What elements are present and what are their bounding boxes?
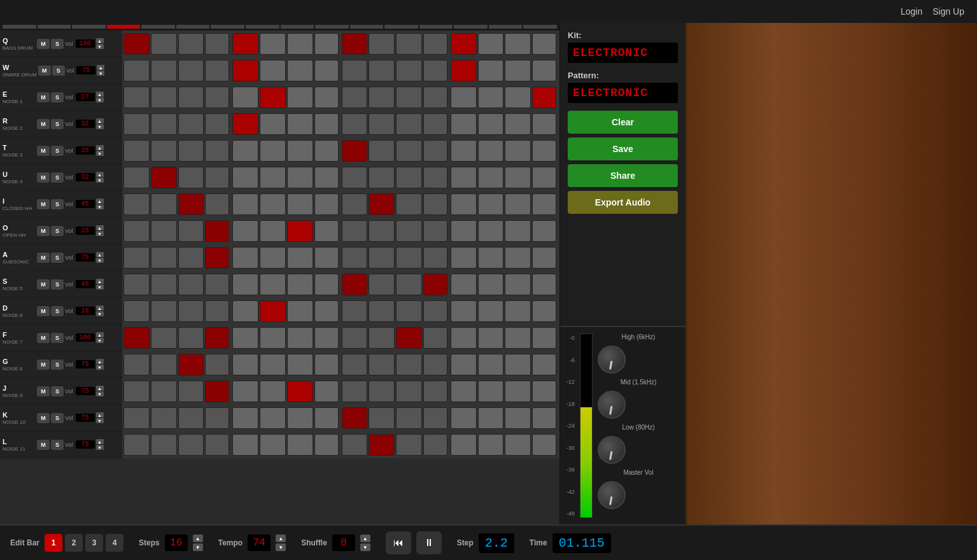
cell-13-2[interactable] bbox=[178, 381, 204, 402]
high-knob[interactable] bbox=[598, 346, 626, 374]
cell-2-8[interactable] bbox=[342, 87, 368, 108]
cell-6-3[interactable] bbox=[205, 193, 229, 215]
cell-9-9[interactable] bbox=[369, 274, 395, 295]
cell-6-10[interactable] bbox=[396, 193, 422, 215]
solo-btn-j[interactable]: S bbox=[51, 386, 64, 396]
cell-13-15[interactable] bbox=[532, 381, 556, 402]
cell-15-6[interactable] bbox=[287, 434, 313, 456]
cell-1-6[interactable] bbox=[287, 60, 313, 81]
cell-5-0[interactable] bbox=[123, 167, 150, 188]
mute-btn-f[interactable]: M bbox=[37, 333, 50, 343]
cell-5-13[interactable] bbox=[478, 167, 504, 188]
cell-15-10[interactable] bbox=[396, 434, 422, 456]
cell-7-7[interactable] bbox=[314, 220, 339, 242]
cell-7-11[interactable] bbox=[423, 220, 447, 242]
cell-2-3[interactable] bbox=[205, 87, 229, 108]
mute-btn-w[interactable]: M bbox=[38, 66, 51, 76]
cell-0-1[interactable] bbox=[151, 33, 177, 55]
cell-9-1[interactable] bbox=[151, 274, 177, 295]
solo-btn-o[interactable]: S bbox=[51, 226, 64, 236]
cell-13-10[interactable] bbox=[396, 381, 422, 402]
vol-spinner-w[interactable]: ▲▼ bbox=[97, 65, 104, 76]
cell-2-14[interactable] bbox=[505, 87, 531, 108]
cell-1-10[interactable] bbox=[396, 60, 422, 81]
cell-4-7[interactable] bbox=[314, 140, 339, 162]
cell-5-5[interactable] bbox=[260, 167, 286, 188]
cell-0-8[interactable] bbox=[342, 33, 368, 55]
cell-10-7[interactable] bbox=[314, 300, 339, 322]
cell-10-6[interactable] bbox=[287, 300, 313, 322]
cell-1-14[interactable] bbox=[505, 60, 531, 81]
cell-5-4[interactable] bbox=[232, 167, 258, 188]
vol-spinner-a[interactable]: ▲▼ bbox=[96, 252, 104, 263]
mid-knob[interactable] bbox=[598, 391, 626, 419]
cell-8-11[interactable] bbox=[423, 247, 447, 269]
cell-5-15[interactable] bbox=[532, 167, 556, 188]
vol-spinner-o[interactable]: ▲▼ bbox=[96, 225, 104, 236]
solo-btn-a[interactable]: S bbox=[51, 253, 64, 263]
cell-8-0[interactable] bbox=[123, 247, 150, 269]
bar-btn-2[interactable]: 2 bbox=[65, 534, 83, 552]
cell-3-5[interactable] bbox=[260, 113, 286, 135]
clear-button[interactable]: Clear bbox=[568, 111, 678, 134]
mute-btn-a[interactable]: M bbox=[37, 253, 50, 263]
cell-7-2[interactable] bbox=[178, 220, 204, 242]
cell-11-10[interactable] bbox=[396, 327, 422, 349]
cell-3-2[interactable] bbox=[178, 113, 204, 135]
cell-1-3[interactable] bbox=[205, 60, 229, 81]
cell-10-10[interactable] bbox=[396, 300, 422, 322]
cell-2-10[interactable] bbox=[396, 87, 422, 108]
cell-12-9[interactable] bbox=[369, 354, 395, 375]
cell-3-10[interactable] bbox=[396, 113, 422, 135]
cell-12-3[interactable] bbox=[205, 354, 229, 375]
cell-2-15[interactable] bbox=[532, 87, 556, 108]
cell-1-13[interactable] bbox=[478, 60, 504, 81]
cell-7-14[interactable] bbox=[505, 220, 531, 242]
cell-6-13[interactable] bbox=[478, 193, 504, 215]
cell-0-6[interactable] bbox=[287, 33, 313, 55]
mute-btn-k[interactable]: M bbox=[37, 413, 50, 423]
cell-10-12[interactable] bbox=[451, 300, 477, 322]
cell-3-9[interactable] bbox=[369, 113, 395, 135]
cell-4-11[interactable] bbox=[423, 140, 447, 162]
vol-spinner-s[interactable]: ▲▼ bbox=[96, 279, 104, 290]
cell-1-1[interactable] bbox=[151, 60, 177, 81]
cell-15-0[interactable] bbox=[123, 434, 150, 456]
cell-8-2[interactable] bbox=[178, 247, 204, 269]
tempo-up[interactable]: ▲ bbox=[276, 535, 286, 542]
bar-btn-1[interactable]: 1 bbox=[45, 534, 62, 552]
cell-4-15[interactable] bbox=[532, 140, 556, 162]
cell-5-2[interactable] bbox=[178, 167, 204, 188]
cell-1-7[interactable] bbox=[314, 60, 339, 81]
vol-spinner-f[interactable]: ▲▼ bbox=[96, 332, 104, 343]
cell-14-9[interactable] bbox=[369, 407, 395, 429]
cell-8-15[interactable] bbox=[532, 247, 556, 269]
cell-10-5[interactable] bbox=[260, 300, 286, 322]
cell-9-7[interactable] bbox=[314, 274, 339, 295]
cell-15-14[interactable] bbox=[505, 434, 531, 456]
cell-4-4[interactable] bbox=[232, 140, 258, 162]
solo-btn-u[interactable]: S bbox=[51, 172, 64, 183]
cell-9-4[interactable] bbox=[232, 274, 258, 295]
cell-13-13[interactable] bbox=[478, 381, 504, 402]
cell-3-15[interactable] bbox=[532, 113, 556, 135]
solo-btn-q[interactable]: S bbox=[51, 39, 64, 49]
cell-8-3[interactable] bbox=[205, 247, 229, 269]
cell-4-1[interactable] bbox=[151, 140, 177, 162]
tempo-down[interactable]: ▼ bbox=[276, 543, 286, 551]
pause-button[interactable]: ⏸ bbox=[416, 531, 442, 554]
cell-12-5[interactable] bbox=[260, 354, 286, 375]
cell-10-0[interactable] bbox=[123, 300, 150, 322]
cell-9-14[interactable] bbox=[505, 274, 531, 295]
cell-0-14[interactable] bbox=[505, 33, 531, 55]
cell-14-15[interactable] bbox=[532, 407, 556, 429]
cell-14-2[interactable] bbox=[178, 407, 204, 429]
vol-spinner-r[interactable]: ▲▼ bbox=[96, 118, 104, 129]
bar-btn-3[interactable]: 3 bbox=[85, 534, 103, 552]
signup-link[interactable]: Sign Up bbox=[932, 6, 964, 17]
cell-9-13[interactable] bbox=[478, 274, 504, 295]
cell-5-14[interactable] bbox=[505, 167, 531, 188]
cell-7-1[interactable] bbox=[151, 220, 177, 242]
cell-0-4[interactable] bbox=[232, 33, 258, 55]
cell-15-11[interactable] bbox=[423, 434, 447, 456]
